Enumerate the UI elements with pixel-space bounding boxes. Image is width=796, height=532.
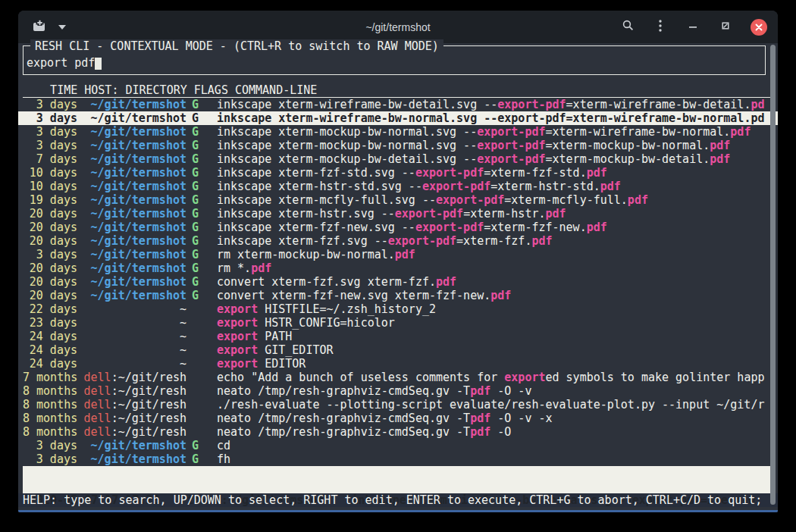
table-row[interactable]: 24 days~export EDITOR [18,357,778,371]
command-cell: export HSTR_CONFIG=hicolor [200,316,770,330]
directory-cell: ~/git/termshot [77,180,186,193]
directory-cell: ~/git/termshot [77,439,186,452]
match-highlight: export [217,316,258,330]
table-row[interactable]: 20 days~/git/termshotGconvert xterm-fzf-… [18,289,778,302]
directory-cell: ~/git/termshot [77,261,186,275]
table-row[interactable]: 24 days~export GIT_EDITOR [18,343,778,357]
table-row[interactable]: 8 monthsdell:~/git/resh./resh-evaluate -… [18,398,778,412]
directory-cell: ~/git/termshot [77,139,186,152]
table-row[interactable]: 19 days~/git/termshotGinkscape xterm-mcf… [18,193,778,207]
host-label: dell [84,412,111,425]
kebab-menu-icon [658,19,663,36]
directory-path: :~/git/resh [111,384,186,398]
directory-path: ~/git/termshot [91,221,186,234]
table-row[interactable]: 10 days~/git/termshotGinkscape xterm-hst… [18,180,778,193]
flags-cell [186,412,200,425]
time-cell: 20 days [23,207,77,221]
match-highlight: pdf [436,275,456,289]
close-x-icon [755,20,763,34]
search-button[interactable] [620,19,635,36]
screen: ~/git/termshot [0,0,796,532]
table-row[interactable]: 3 days~/git/termshotGinkscape xterm-mock… [18,125,778,139]
scrollbar-thumb[interactable] [770,45,776,505]
table-row[interactable]: 3 days~/git/termshotGrm xterm-mockup-bw-… [18,248,778,261]
table-row[interactable]: 3 days~/git/termshotGfh [18,452,778,466]
close-button[interactable] [751,19,767,36]
match-highlight: export-pdf [497,98,566,111]
directory-path: ~/git/termshot [91,152,186,166]
table-row-selected[interactable]: 3 days~/git/termshotGinkscape xterm-wire… [18,111,778,125]
command-text: inkscape xterm-hstr-std.svg -- [217,180,422,193]
time-cell: 8 months [23,398,77,412]
flags-cell [186,425,200,439]
directory-path: ~/git/termshot [91,439,186,452]
directory-path: :~/git/resh [111,412,186,425]
directory-path: ~/git/termshot [91,166,186,180]
directory-cell: ~/git/termshot [77,289,186,302]
restore-button[interactable] [718,19,733,36]
host-label: dell [84,398,111,412]
search-query-text: export pdf [27,56,95,70]
table-row[interactable]: 22 days~export HISTFILE=~/.zsh_history_2 [18,302,778,316]
text-cursor [95,58,102,70]
table-row[interactable]: 23 days~export HSTR_CONFIG=hicolor [18,316,778,330]
command-text: =xterm-hstr-std. [490,180,600,193]
table-row[interactable]: 10 days~/git/termshotGinkscape xterm-fzf… [18,166,778,180]
history-list: 3 days~/git/termshotGinkscape xterm-wire… [18,98,778,466]
command-text: HISTFILE=~/.zsh_history_2 [258,302,436,316]
table-row[interactable]: 20 days~/git/termshotGrm *.pdf [18,261,778,275]
command-cell: inkscape xterm-mockup-bw-normal.svg --ex… [200,125,770,139]
search-panel-legend: RESH CLI - CONTEXTUAL MODE - (CTRL+R to … [30,39,443,53]
flags-cell: G [186,193,200,207]
table-row[interactable]: 7 monthsdell:~/git/reshecho "Add a bunch… [18,371,778,384]
new-tab-button[interactable] [32,19,47,36]
command-cell: inkscape xterm-hstr.svg --export-pdf=xte… [200,207,770,221]
time-cell: 8 months [23,384,77,398]
table-row[interactable]: 20 days~/git/termshotGconvert xterm-fzf.… [18,275,778,289]
command-text: inkscape xterm-fzf-std.svg -- [217,166,415,180]
minimize-button[interactable] [685,19,700,36]
table-row[interactable]: 8 monthsdell:~/git/reshneato /tmp/resh-g… [18,412,778,425]
match-highlight: export-pdf [497,111,566,125]
directory-path: ~/git/termshot [91,193,186,207]
command-cell: rm *.pdf [200,261,770,275]
flags-cell [186,357,200,371]
table-row[interactable]: 3 days~/git/termshotGinkscape xterm-mock… [18,139,778,152]
command-text: =xterm-fzf-std. [484,166,586,180]
match-highlight: pdf [546,207,566,221]
scrollbar[interactable] [770,45,776,505]
directory-cell: ~/git/termshot [77,452,186,466]
table-row[interactable]: 7 days~/git/termshotGinkscape xterm-mock… [18,152,778,166]
table-row[interactable]: 8 monthsdell:~/git/reshneato /tmp/resh-g… [18,425,778,439]
tab-menu-button[interactable] [55,19,70,36]
table-row[interactable]: 8 monthsdell:~/git/reshneato /tmp/resh-g… [18,384,778,398]
menu-button[interactable] [653,19,668,36]
directory-path: ~/git/termshot [91,248,186,261]
flags-cell [186,398,200,412]
time-cell: 3 days [23,139,77,152]
command-cell: neato /tmp/resh-graphviz-cmdSeq.gv -Tpdf… [200,412,770,425]
directory-cell: ~/git/termshot [77,152,186,166]
command-cell: inkscape xterm-mcfly-full.svg --export-p… [200,193,770,207]
command-cell: convert xterm-fzf-new.svg xterm-fzf-new.… [200,289,770,302]
match-highlight: pdf [710,139,730,152]
table-row[interactable]: 3 days~/git/termshotGinkscape xterm-wire… [18,98,778,111]
directory-cell: ~ [77,316,186,330]
command-cell: export HISTFILE=~/.zsh_history_2 [200,302,770,316]
time-cell: 8 months [23,412,77,425]
time-cell: 10 days [23,180,77,193]
command-cell: echo "Add a bunch of useless comments fo… [200,371,770,384]
flags-cell: G [186,166,200,180]
table-row[interactable]: 20 days~/git/termshotGinkscape xterm-fzf… [18,234,778,248]
table-row[interactable]: 3 days~/git/termshotGcd [18,439,778,452]
match-highlight: pd [751,98,764,111]
table-row[interactable]: 24 days~export PATH [18,330,778,343]
directory-cell: ~/git/termshot [77,221,186,234]
table-row[interactable]: 20 days~/git/termshotGinkscape xterm-fzf… [18,221,778,234]
directory-cell: dell:~/git/resh [77,384,186,398]
command-text: =xterm-wireframe-bw-normal. [566,111,751,125]
table-row[interactable]: 20 days~/git/termshotGinkscape xterm-hst… [18,207,778,221]
command-text: =xterm-wireframe-bw-normal. [545,125,730,139]
chevron-down-icon [58,25,66,30]
match-highlight: export-pdf [422,180,490,193]
